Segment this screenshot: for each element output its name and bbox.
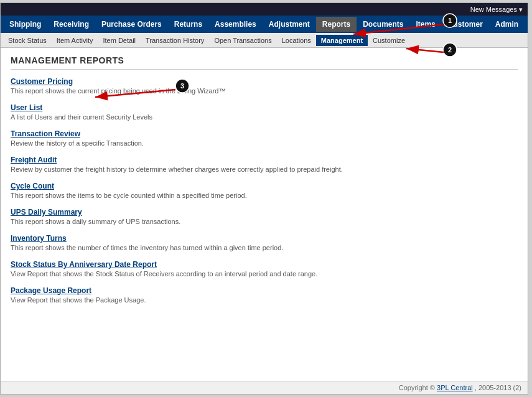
report-link-stock-anniversary[interactable]: Stock Status By Anniversary Date Report [11, 260, 157, 269]
subnav-open-transactions[interactable]: Open Transactions [209, 35, 276, 46]
subnav-customize[interactable]: Customize [368, 35, 410, 46]
top-bar: New Messages ▾ [1, 3, 528, 16]
nav-documents[interactable]: Documents [357, 17, 409, 32]
report-item-package-usage: Package Usage Report View Report that sh… [11, 286, 518, 304]
new-messages-label: New Messages [470, 6, 517, 13]
report-desc-cycle-count: This report shows the items to be cycle … [11, 192, 518, 199]
nav-reports[interactable]: Reports [316, 17, 357, 32]
nav-assemblies[interactable]: Assemblies [208, 17, 263, 32]
report-item-ups-daily: UPS Daily Summary This report shows a da… [11, 208, 518, 225]
nav-shipping[interactable]: Shipping [3, 17, 47, 32]
nav-adjustment[interactable]: Adjustment [263, 17, 316, 32]
subnav-item-detail[interactable]: Item Detail [98, 35, 141, 46]
report-desc-transaction-review: Review the history of a specific Transac… [11, 139, 518, 147]
nav-items[interactable]: Items [409, 17, 441, 32]
report-link-transaction-review[interactable]: Transaction Review [11, 129, 80, 138]
content-area: Management Reports Customer Pricing This… [1, 48, 528, 381]
nav-receiving[interactable]: Receiving [47, 17, 95, 32]
subnav-stock-status[interactable]: Stock Status [3, 35, 52, 46]
report-item-customer-pricing: Customer Pricing This report shows the c… [11, 77, 518, 95]
main-nav: Shipping Receiving Purchase Orders Retur… [1, 16, 528, 33]
report-desc-stock-anniversary: View Report that shows the Stock Status … [11, 270, 518, 278]
sub-nav: Stock Status Item Activity Item Detail T… [1, 33, 528, 48]
report-item-freight-audit: Freight Audit Review by customer the fre… [11, 156, 518, 173]
report-item-transaction-review: Transaction Review Review the history of… [11, 129, 518, 147]
report-desc-user-list: A list of Users and their current Securi… [11, 113, 518, 121]
report-item-stock-anniversary: Stock Status By Anniversary Date Report … [11, 260, 518, 278]
report-link-inventory-turns[interactable]: Inventory Turns [11, 234, 67, 243]
report-desc-inventory-turns: This report shows the number of times th… [11, 244, 518, 251]
footer-year-text: 2005-2013 (2) [478, 384, 521, 391]
report-desc-ups-daily: This report shows a daily summary of UPS… [11, 218, 518, 225]
report-desc-customer-pricing: This report shows the current pricing be… [11, 87, 518, 95]
nav-purchase-orders[interactable]: Purchase Orders [95, 17, 168, 32]
report-link-package-usage[interactable]: Package Usage Report [11, 286, 91, 295]
subnav-locations[interactable]: Locations [277, 35, 316, 46]
page-title: Management Reports [11, 55, 518, 70]
report-link-ups-daily[interactable]: UPS Daily Summary [11, 208, 82, 217]
subnav-management[interactable]: Management [316, 35, 368, 46]
brand-link[interactable]: 3PL Central [437, 384, 473, 391]
report-desc-package-usage: View Report that shows the Package Usage… [11, 296, 518, 304]
report-link-customer-pricing[interactable]: Customer Pricing [11, 77, 73, 86]
report-item-cycle-count: Cycle Count This report shows the items … [11, 182, 518, 199]
nav-customer[interactable]: Customer [442, 17, 489, 32]
report-link-user-list[interactable]: User List [11, 103, 42, 112]
copyright-text: Copyright © [399, 384, 437, 391]
subnav-transaction-history[interactable]: Transaction History [141, 35, 209, 46]
subnav-item-activity[interactable]: Item Activity [52, 35, 98, 46]
report-desc-freight-audit: Review by customer the freight history t… [11, 166, 518, 173]
report-link-cycle-count[interactable]: Cycle Count [11, 182, 54, 190]
report-item-inventory-turns: Inventory Turns This report shows the nu… [11, 234, 518, 251]
report-item-user-list: User List A list of Users and their curr… [11, 103, 518, 121]
nav-returns[interactable]: Returns [168, 17, 208, 32]
nav-admin[interactable]: Admin [489, 17, 525, 32]
report-link-freight-audit[interactable]: Freight Audit [11, 156, 57, 164]
footer: Copyright © 3PL Central , 2005-2013 (2) [1, 381, 528, 394]
